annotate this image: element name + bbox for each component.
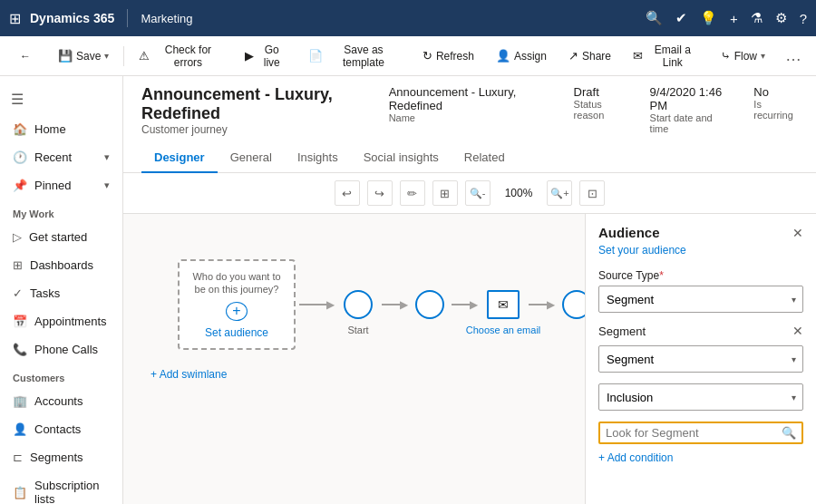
plus-icon[interactable]: + — [730, 11, 738, 26]
tab-related[interactable]: Related — [452, 143, 518, 173]
topbar: ⊞ Dynamics 365 Marketing 🔍 ✔ 💡 + ⚗ ⚙ ? — [0, 0, 816, 36]
look-for-segment-search[interactable]: 🔍 — [598, 422, 803, 444]
segment-dropdown[interactable]: Segment — [598, 345, 803, 373]
panel-set-audience-link[interactable]: Set your audience — [598, 244, 803, 257]
flow-button[interactable]: ⤷ Flow ▾ — [712, 44, 774, 67]
share-button[interactable]: ↗ Share — [559, 44, 620, 67]
search-icon[interactable]: 🔍 — [646, 10, 663, 26]
save-template-button[interactable]: 📄 Save as template — [299, 39, 410, 73]
go-live-button[interactable]: ▶ Go live — [236, 39, 296, 73]
meta-date: 9/4/2020 1:46 PM Start date and time — [650, 85, 733, 134]
grid-icon[interactable]: ⊞ — [9, 10, 21, 27]
zoom-in-button[interactable]: 🔍+ — [547, 180, 572, 206]
app-name: Marketing — [141, 12, 192, 25]
add-swimlane-button[interactable]: + Add swimlane — [151, 368, 227, 381]
assign-button[interactable]: 👤 Assign — [487, 44, 556, 67]
meta-name: Announcement - Luxury, Redefined Name — [389, 85, 552, 123]
meta-recurring-value: No — [753, 85, 798, 99]
sidebar-item-label: Home — [34, 122, 66, 136]
sidebar-item-label: Dashboards — [30, 258, 93, 272]
sidebar-item-appointments[interactable]: 📅 Appointments — [0, 307, 122, 335]
sidebar-item-get-started[interactable]: ▷ Get started — [0, 223, 122, 251]
source-type-select[interactable]: Segment — [598, 286, 803, 313]
segment-search-icon[interactable]: 🔍 — [782, 426, 796, 440]
fit-view-button[interactable]: ⊡ — [579, 180, 605, 206]
my-work-section-title: My Work — [0, 199, 122, 223]
segment-section-close-button[interactable]: ✕ — [792, 324, 803, 338]
flow-dropdown-arrow[interactable]: ▾ — [761, 51, 765, 61]
panel-close-button[interactable]: ✕ — [792, 226, 803, 240]
sidebar-item-accounts[interactable]: 🏢 Accounts — [0, 387, 122, 415]
intermediate-node[interactable] — [415, 290, 444, 319]
tab-insights[interactable]: Insights — [285, 143, 351, 173]
zoom-out-button[interactable]: 🔍- — [465, 180, 491, 206]
flow-connector-3: ▶ — [448, 298, 481, 311]
app-logo: Dynamics 365 — [30, 11, 114, 25]
help-icon[interactable]: ? — [800, 11, 807, 26]
email-node[interactable]: ✉ — [487, 290, 520, 319]
tab-general[interactable]: General — [218, 143, 285, 173]
add-condition-link[interactable]: + Add condition — [598, 451, 803, 464]
sidebar-item-recent[interactable]: 🕐 Recent ▾ — [0, 143, 122, 171]
page-title: Announcement - Luxury, Redefined — [141, 85, 389, 123]
segment-search-input[interactable] — [606, 426, 778, 440]
tabs: Designer General Insights Social insight… — [141, 143, 798, 172]
set-audience-link[interactable]: Set audience — [205, 326, 268, 339]
designer-area: ↩ ↪ ✏ ⊞ 🔍- 100% 🔍+ ⊡ Who do you want to … — [123, 173, 816, 504]
sidebar-item-label: Appointments — [34, 315, 107, 328]
meta-date-label: Start date and time — [650, 112, 733, 134]
page-header: Announcement - Luxury, Redefined Custome… — [123, 76, 816, 173]
sidebar-item-label: Phone Calls — [34, 343, 98, 356]
redo-button[interactable]: ↪ — [367, 180, 393, 206]
audience-add-button[interactable]: + — [226, 302, 248, 321]
settings-icon[interactable]: ⚙ — [775, 10, 787, 26]
sidebar-item-label: Segments — [30, 451, 83, 464]
get-started-icon: ▷ — [13, 230, 22, 244]
grid-view-button[interactable]: ⊞ — [432, 180, 458, 206]
meta-date-value: 9/4/2020 1:46 PM — [650, 85, 733, 112]
back-button[interactable]: ← — [11, 45, 40, 67]
home-icon: 🏠 — [13, 122, 27, 136]
check-errors-button[interactable]: ⚠ Check for errors — [130, 39, 231, 73]
save-button[interactable]: 💾 Save ▾ — [49, 44, 118, 67]
sidebar-item-subscription-lists[interactable]: 📋 Subscription lists — [0, 471, 122, 504]
segment-label: Segment — [598, 325, 646, 338]
undo-button[interactable]: ↩ — [335, 180, 360, 206]
sidebar-item-pinned[interactable]: 📌 Pinned ▾ — [0, 171, 122, 199]
source-type-select-wrapper: Segment ▾ — [598, 286, 803, 313]
start-label: Start — [347, 325, 368, 335]
assign-icon: 👤 — [496, 49, 510, 63]
topbar-separator — [127, 9, 128, 27]
page-meta: Announcement - Luxury, Redefined Name Dr… — [389, 85, 798, 134]
customers-section-title: Customers — [0, 363, 122, 387]
sidebar-item-home[interactable]: 🏠 Home — [0, 115, 122, 143]
edit-button[interactable]: ✏ — [400, 180, 425, 206]
content-area: Announcement - Luxury, Redefined Custome… — [123, 76, 816, 504]
tab-designer[interactable]: Designer — [141, 143, 218, 173]
meta-recurring-label: Is recurring — [753, 99, 798, 121]
sidebar-item-label: Pinned — [34, 179, 71, 192]
sidebar-item-tasks[interactable]: ✓ Tasks — [0, 279, 122, 307]
save-dropdown-arrow[interactable]: ▾ — [104, 51, 109, 61]
filter-icon[interactable]: ⚗ — [751, 10, 763, 26]
more-options-icon[interactable]: … — [782, 43, 805, 69]
start-node[interactable] — [344, 290, 373, 319]
save-icon: 💾 — [58, 49, 73, 63]
tasks-icon: ✓ — [13, 286, 23, 300]
email-node-wrapper: ✉ Choose an email — [487, 290, 520, 319]
commandbar: ← 💾 Save ▾ ⚠ Check for errors ▶ Go live … — [0, 36, 816, 76]
inclusion-dropdown[interactable]: Inclusion — [598, 383, 803, 411]
sidebar-item-contacts[interactable]: 👤 Contacts — [0, 415, 122, 443]
email-link-button[interactable]: ✉ Email a Link — [624, 39, 708, 73]
email-node-label[interactable]: Choose an email — [466, 325, 541, 335]
audience-box[interactable]: Who do you want to be on this journey? +… — [178, 259, 296, 350]
refresh-button[interactable]: ↻ Refresh — [413, 44, 483, 67]
tab-social-insights[interactable]: Social insights — [351, 143, 452, 173]
lightbulb-icon[interactable]: 💡 — [700, 10, 717, 26]
sidebar-item-phone-calls[interactable]: 📞 Phone Calls — [0, 335, 122, 363]
sidebar-item-dashboards[interactable]: ⊞ Dashboards — [0, 251, 122, 279]
sidebar-item-segments[interactable]: ⊏ Segments — [0, 443, 122, 471]
sidebar-hamburger-icon[interactable]: ☰ — [0, 83, 122, 115]
checkmark-circle-icon[interactable]: ✔ — [675, 10, 687, 26]
panel-title: Audience — [598, 225, 660, 240]
